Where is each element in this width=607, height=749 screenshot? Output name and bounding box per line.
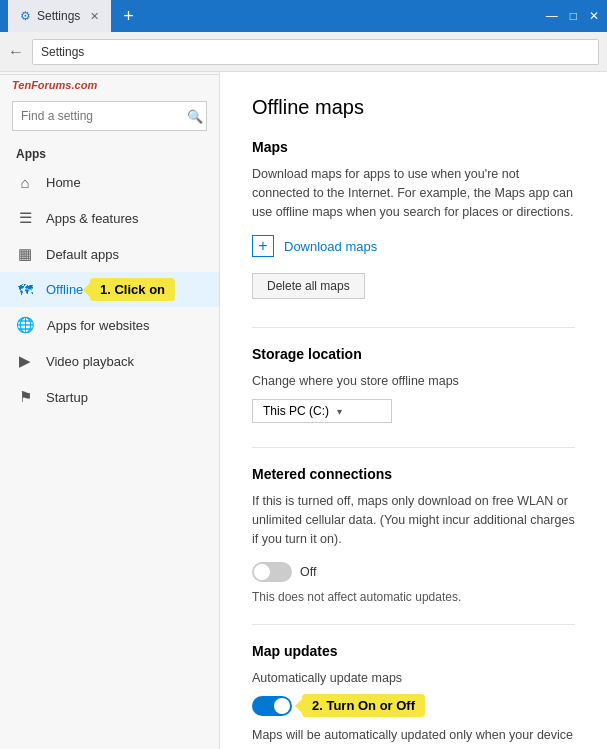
tab-label: Settings: [37, 9, 80, 23]
home-icon: ⌂: [16, 174, 34, 191]
sidebar-label-startup: Startup: [46, 390, 88, 405]
map-updates-toggle-container: On 2. Turn On or Off: [252, 696, 575, 716]
toggle-knob: [254, 564, 270, 580]
sidebar-item-video-playback[interactable]: ▶ Video playback: [0, 343, 219, 379]
back-button[interactable]: ←: [8, 43, 24, 61]
maximize-button[interactable]: □: [570, 9, 577, 23]
divider-1: [252, 327, 575, 328]
search-input[interactable]: [13, 109, 179, 123]
storage-section-title: Storage location: [252, 346, 575, 362]
sidebar-label-video-playback: Video playback: [46, 354, 134, 369]
sidebar-item-default-apps[interactable]: ▦ Default apps: [0, 236, 219, 272]
video-icon: ▶: [16, 352, 34, 370]
storage-description: Change where you store offline maps: [252, 372, 575, 391]
settings-tab[interactable]: ⚙ Settings ✕: [8, 0, 111, 32]
metered-description: If this is turned off, maps only downloa…: [252, 492, 575, 548]
sidebar-item-apps-websites[interactable]: 🌐 Apps for websites: [0, 307, 219, 343]
offline-maps-icon: 🗺: [16, 281, 34, 298]
delete-all-maps-button[interactable]: Delete all maps: [252, 273, 365, 299]
sidebar-item-apps-features[interactable]: ☰ Apps & features: [0, 200, 219, 236]
plus-icon: +: [252, 235, 274, 257]
divider-3: [252, 624, 575, 625]
map-updates-section: Map updates Automatically update maps On…: [252, 643, 575, 749]
metered-toggle[interactable]: [252, 562, 292, 582]
section-title: Apps: [0, 139, 219, 165]
address-input[interactable]: [32, 39, 599, 65]
callout-1: 1. Click on: [90, 278, 175, 301]
sidebar-label-apps-websites: Apps for websites: [47, 318, 150, 333]
maps-section-title: Maps: [252, 139, 575, 155]
close-button[interactable]: ✕: [589, 9, 599, 23]
metered-note: This does not affect automatic updates.: [252, 590, 575, 604]
search-icon: 🔍: [179, 109, 211, 124]
tab-close-button[interactable]: ✕: [90, 10, 99, 23]
content-area: Offline maps Maps Download maps for apps…: [220, 72, 607, 749]
download-maps-button[interactable]: + Download maps: [252, 235, 575, 257]
sidebar-item-home[interactable]: ⌂ Home: [0, 165, 219, 200]
divider-2: [252, 447, 575, 448]
sidebar: TenForums.com 🔍 Apps ⌂ Home ☰ Apps & fea…: [0, 72, 220, 749]
gear-icon: ⚙: [20, 9, 31, 23]
metered-toggle-container: Off: [252, 562, 575, 582]
map-updates-description: Maps will be automatically updated only …: [252, 726, 575, 749]
metered-section-title: Metered connections: [252, 466, 575, 482]
storage-value: This PC (C:): [263, 404, 329, 418]
sidebar-item-offline-maps[interactable]: 🗺 Offline maps 1. Click on: [0, 272, 219, 307]
window: ← TenForums.com 🔍 Apps ⌂ Home ☰ Apps & f…: [0, 32, 607, 749]
title-bar: ⚙ Settings ✕ + — □ ✕: [0, 0, 607, 32]
sidebar-label-home: Home: [46, 175, 81, 190]
search-box[interactable]: 🔍: [12, 101, 207, 131]
sidebar-label-apps-features: Apps & features: [46, 211, 139, 226]
auto-update-label: Automatically update maps: [252, 669, 575, 688]
minimize-button[interactable]: —: [546, 9, 558, 23]
sidebar-label-default-apps: Default apps: [46, 247, 119, 262]
callout-2: 2. Turn On or Off: [302, 694, 425, 717]
window-controls: — □ ✕: [546, 9, 599, 23]
maps-description: Download maps for apps to use when you'r…: [252, 165, 575, 221]
download-maps-label: Download maps: [284, 239, 377, 254]
tenforum-logo: TenForums.com: [0, 74, 219, 93]
default-apps-icon: ▦: [16, 245, 34, 263]
apps-icon: ☰: [16, 209, 34, 227]
apps-websites-icon: 🌐: [16, 316, 35, 334]
address-bar: ←: [0, 32, 607, 72]
startup-icon: ⚑: [16, 388, 34, 406]
sidebar-item-startup[interactable]: ⚑ Startup: [0, 379, 219, 415]
storage-dropdown[interactable]: This PC (C:) ▾: [252, 399, 392, 423]
chevron-down-icon: ▾: [337, 406, 342, 417]
new-tab-button[interactable]: +: [115, 6, 142, 27]
main-area: TenForums.com 🔍 Apps ⌂ Home ☰ Apps & fea…: [0, 72, 607, 749]
map-updates-toggle[interactable]: [252, 696, 292, 716]
metered-toggle-label: Off: [300, 565, 316, 579]
map-updates-title: Map updates: [252, 643, 575, 659]
page-title: Offline maps: [252, 96, 575, 119]
